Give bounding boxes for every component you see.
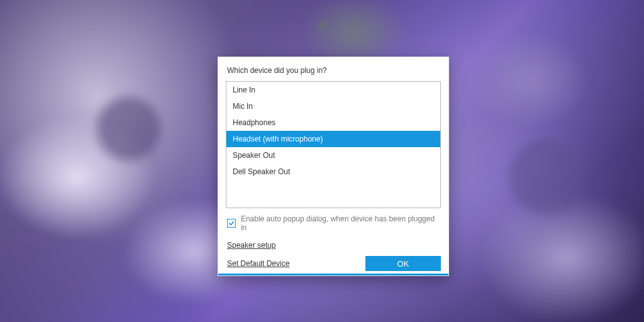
- ok-button[interactable]: OK: [365, 256, 441, 271]
- dialog-accent-bar: [218, 274, 448, 275]
- auto-popup-checkbox[interactable]: [227, 219, 236, 228]
- auto-popup-label: Enable auto popup dialog, when device ha…: [241, 214, 441, 232]
- audio-device-dialog: Which device did you plug in? Line In Mi…: [218, 57, 449, 276]
- device-item-headphones[interactable]: Headphones: [226, 114, 440, 131]
- device-list: Line In Mic In Headphones Headset (with …: [226, 81, 441, 208]
- desktop-wallpaper: Which device did you plug in? Line In Mi…: [0, 0, 644, 322]
- device-item-dell-speaker-out[interactable]: Dell Speaker Out: [226, 164, 440, 180]
- speaker-setup-link[interactable]: Speaker setup: [227, 241, 275, 250]
- device-item-headset[interactable]: Headset (with microphone): [226, 131, 440, 147]
- set-default-device-link[interactable]: Set Default Device: [227, 259, 289, 268]
- device-item-line-in[interactable]: Line In: [226, 82, 440, 98]
- device-item-speaker-out[interactable]: Speaker Out: [226, 147, 440, 164]
- dialog-bottom-row: Set Default Device OK: [227, 256, 441, 271]
- check-icon: [228, 220, 235, 226]
- auto-popup-row: Enable auto popup dialog, when device ha…: [227, 214, 441, 232]
- device-item-mic-in[interactable]: Mic In: [226, 98, 440, 114]
- dialog-title: Which device did you plug in?: [227, 66, 441, 75]
